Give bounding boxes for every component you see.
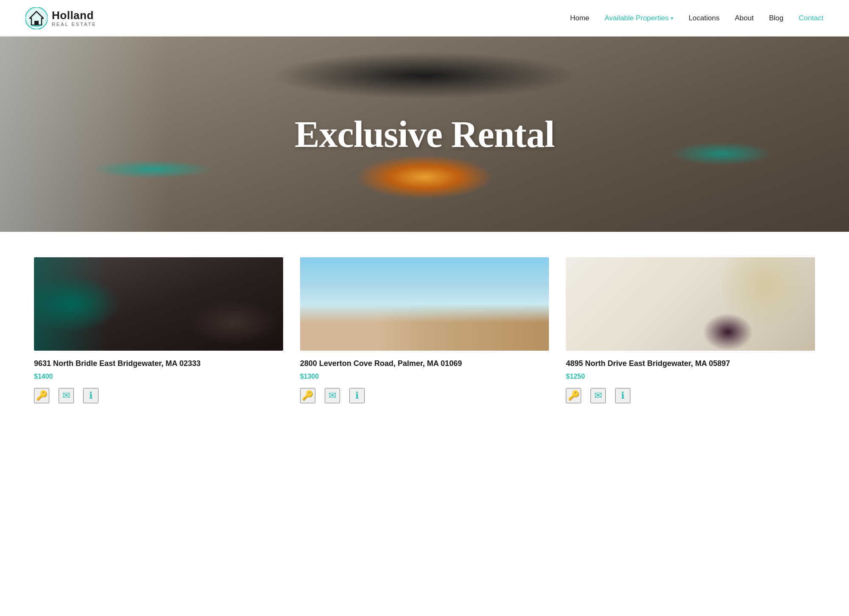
hero-section: Exclusive Rental [0, 37, 849, 232]
nav-item-locations[interactable]: Locations [689, 14, 720, 23]
nav-link-home[interactable]: Home [570, 14, 589, 22]
listing-actions: 🔑 ✉ ℹ [300, 388, 549, 403]
info-button[interactable]: ℹ [83, 388, 98, 403]
key-button[interactable]: 🔑 [566, 388, 581, 403]
hero-title: Exclusive Rental [295, 113, 554, 156]
mail-button[interactable]: ✉ [325, 388, 340, 403]
logo-subtitle: REAL ESTATE [52, 22, 97, 27]
mail-button[interactable]: ✉ [590, 388, 606, 403]
listing-actions: 🔑 ✉ ℹ [566, 388, 815, 403]
nav-link-properties[interactable]: Available Properties ▾ [604, 14, 673, 23]
listing-address: 4895 North Drive East Bridgewater, MA 05… [566, 358, 815, 368]
listing-address: 2800 Leverton Cove Road, Palmer, MA 0106… [300, 358, 549, 368]
mail-button[interactable]: ✉ [59, 388, 74, 403]
listing-card: 2800 Leverton Cove Road, Palmer, MA 0106… [300, 257, 549, 403]
info-button[interactable]: ℹ [615, 388, 630, 403]
nav-link-locations[interactable]: Locations [689, 14, 720, 22]
logo-brand-name: Holland [52, 9, 97, 22]
logo[interactable]: Holland REAL ESTATE [25, 7, 97, 29]
listing-image [34, 257, 283, 351]
nav-item-properties[interactable]: Available Properties ▾ [604, 14, 673, 23]
listings-section: 9631 North Bridle East Bridgewater, MA 0… [0, 232, 849, 437]
nav-link-about[interactable]: About [735, 14, 753, 22]
main-nav: Holland REAL ESTATE Home Available Prope… [0, 0, 849, 37]
logo-text: Holland REAL ESTATE [52, 9, 97, 27]
listings-grid: 9631 North Bridle East Bridgewater, MA 0… [34, 257, 815, 403]
svg-rect-3 [34, 21, 39, 25]
listing-image [300, 257, 549, 351]
key-button[interactable]: 🔑 [34, 388, 49, 403]
listing-price: $1300 [300, 373, 549, 380]
listing-card: 4895 North Drive East Bridgewater, MA 05… [566, 257, 815, 403]
nav-item-blog[interactable]: Blog [769, 14, 783, 23]
nav-item-about[interactable]: About [735, 14, 753, 23]
nav-menu: Home Available Properties ▾ Locations Ab… [570, 14, 824, 23]
listing-address: 9631 North Bridle East Bridgewater, MA 0… [34, 358, 283, 368]
listing-card: 9631 North Bridle East Bridgewater, MA 0… [34, 257, 283, 403]
listing-image [566, 257, 815, 351]
listing-price: $1250 [566, 373, 815, 380]
listing-actions: 🔑 ✉ ℹ [34, 388, 283, 403]
logo-icon [25, 7, 48, 29]
nav-item-home[interactable]: Home [570, 14, 589, 23]
chevron-down-icon: ▾ [671, 15, 673, 21]
nav-item-contact[interactable]: Contact [798, 14, 824, 23]
nav-link-blog[interactable]: Blog [769, 14, 783, 22]
nav-link-contact[interactable]: Contact [798, 14, 824, 22]
listing-price: $1400 [34, 373, 283, 380]
key-button[interactable]: 🔑 [300, 388, 315, 403]
info-button[interactable]: ℹ [349, 388, 365, 403]
